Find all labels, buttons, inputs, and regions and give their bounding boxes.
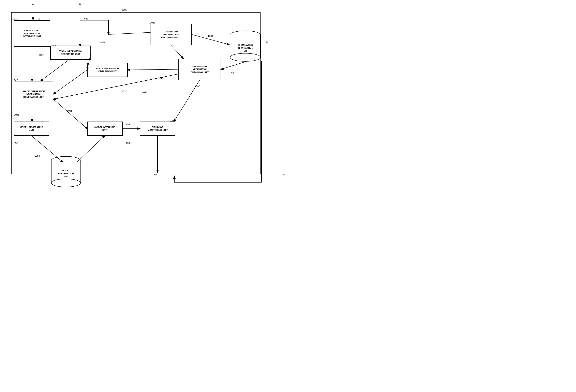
cylinder-model-db: MODELINFORMATIONDB xyxy=(50,156,82,187)
label-40: 40 xyxy=(282,173,285,176)
label-1045a: ~1045 xyxy=(13,113,20,116)
label-25: ~25 xyxy=(84,17,88,20)
cylinder-termination-text: TERMINATIONINFORMATIONDB xyxy=(238,44,253,52)
box-model-generating: MODEL GENERATINGUNIT xyxy=(14,122,49,136)
label-1065: 1065 xyxy=(126,142,131,145)
box-stack-info-obtaining: STACK INFORMATIONOBTAINING UNIT xyxy=(87,63,128,77)
box-stack-info-recording: STACK INFORMATIONRECORDING UNIT xyxy=(50,46,91,60)
label-1055: 1055 xyxy=(34,154,40,157)
label-1000: 1000 xyxy=(122,8,127,11)
cylinder-model-text: MODELINFORMATIONDB xyxy=(58,169,74,178)
label-1010: 1010 xyxy=(13,17,18,20)
label-1030: 1030 xyxy=(122,90,127,93)
label-60: 60 xyxy=(154,173,157,176)
box-stack-diff-info: STACK DIFFERENCEINFORMATIONGENERATING UN… xyxy=(14,81,53,107)
label-20: 20 xyxy=(79,2,81,5)
label-1095: 1095 xyxy=(158,77,164,80)
box-termination-info-obtaining: TERMINATIONINFORMATIONOBTAINING UNIT xyxy=(178,59,221,80)
box-termination-info-recording: TERMINATIONINFORMATIONRECORDING UNIT xyxy=(150,24,192,45)
label-10: 10 xyxy=(31,2,34,5)
label-1045b: 1045 xyxy=(67,109,72,112)
label-15: 15 xyxy=(37,17,40,20)
label-1085a: 1085 xyxy=(208,34,213,37)
box-model-obtaining: MODEL OBTAININGUNIT xyxy=(87,122,123,136)
svg-point-4 xyxy=(230,53,260,61)
label-1080: 1080 xyxy=(150,21,155,24)
label-1020: 1020 xyxy=(39,54,44,56)
svg-point-9 xyxy=(51,179,81,187)
box-system-call-info: SYSTEM CALLINFORMATIONOBTAINING UNIT xyxy=(14,20,50,47)
diagram-container: 1000 10 20 30 40 50 55 60 1010 15 1020 ~… xyxy=(0,0,288,196)
label-1085b: 1085 xyxy=(142,91,147,94)
label-1050: 1050 xyxy=(13,142,18,145)
label-1090: 1090 xyxy=(195,85,200,88)
label-30: 30 xyxy=(266,41,268,43)
box-behavior-monitoring: BEHAVIORMONITORING UNIT xyxy=(140,122,175,136)
label-1060: 1060 xyxy=(126,123,131,126)
cylinder-termination-db: TERMINATIONINFORMATIONDB xyxy=(229,30,261,62)
label-35: 35 xyxy=(231,72,234,75)
label-1025b: 1025 xyxy=(99,41,105,43)
